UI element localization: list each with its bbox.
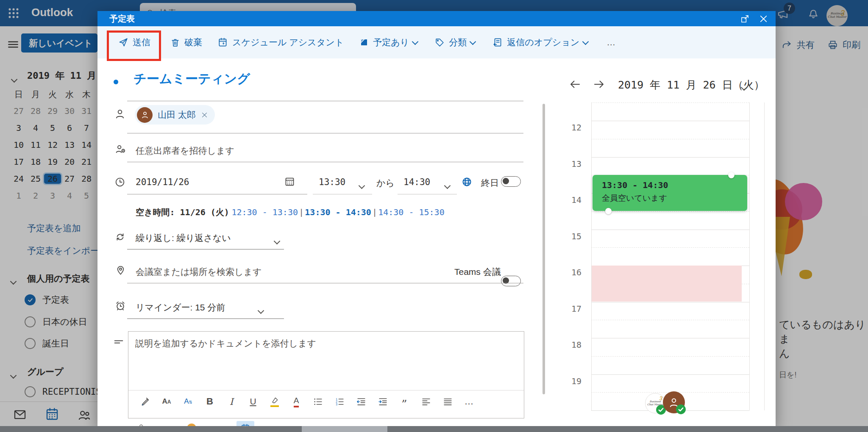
highlighter-icon[interactable]	[267, 394, 282, 409]
outdent-icon[interactable]	[354, 394, 368, 409]
draft-event-block[interactable]: 13:30 - 14:30 全員空いています	[593, 175, 747, 211]
bold-icon[interactable]: B	[203, 394, 217, 409]
hour-line	[591, 338, 749, 338]
preview-date-chevron-icon[interactable]	[742, 82, 746, 92]
font-icon[interactable]: AA	[159, 394, 174, 409]
start-time-chevron-icon[interactable]	[359, 180, 364, 190]
description-lines-icon	[113, 336, 125, 348]
busy-time-block	[592, 266, 742, 302]
repeat-chevron-icon[interactable]	[275, 236, 279, 246]
attendee-availability-avatar	[663, 391, 685, 413]
categorize-dropdown[interactable]: 分類	[434, 36, 475, 48]
bottom-edge-element	[302, 426, 387, 432]
event-title-input[interactable]: チームミーティング	[134, 70, 250, 88]
response-options-dropdown[interactable]: 返信のオプション	[492, 36, 588, 48]
end-time-chevron-icon[interactable]	[445, 180, 450, 190]
quote-icon[interactable]: ”	[397, 394, 412, 409]
event-compose-dialog: 予定表 送信 破棄 スケジュール アシスタント 予定あり	[97, 11, 776, 427]
description-input[interactable]: 説明を追加するかドキュメントを添付します	[135, 338, 316, 349]
show-as-label: 予定あり	[373, 36, 409, 48]
target-highlight-annotation	[107, 30, 161, 61]
font-color-icon[interactable]: A	[289, 394, 303, 409]
schedule-assistant-button[interactable]: スケジュール アシスタント	[217, 36, 344, 48]
timezone-globe-icon[interactable]	[461, 176, 473, 188]
hour-label: 13	[558, 159, 581, 169]
dialog-title: 予定表	[109, 13, 135, 25]
bullet-list-icon[interactable]	[311, 394, 325, 409]
optional-attendees-input[interactable]: 任意出席者を招待します	[136, 145, 234, 157]
availability-slot[interactable]: 13:30 - 14:30	[305, 207, 371, 217]
schedule-assistant-icon	[217, 37, 228, 48]
reminder-chevron-icon[interactable]	[259, 305, 263, 315]
outlook-calendar-app: Outlook 検索 7 Business Chat Master 3 新しいイ…	[0, 0, 868, 432]
italic-icon[interactable]: I	[224, 394, 239, 409]
next-day-arrow-icon[interactable]	[593, 78, 605, 91]
screen-bottom-edge	[0, 426, 868, 432]
time-connector-label: から	[376, 177, 395, 189]
response-options-chevron-icon	[582, 38, 589, 45]
attendee-avatar	[137, 107, 153, 123]
format-toolbar: AAA⇅BIUA123”…	[138, 394, 515, 409]
half-hour-line	[591, 247, 749, 248]
hour-label: 12	[558, 122, 581, 133]
reminder-dropdown[interactable]: リマインダー: 15 分前	[136, 302, 225, 313]
prev-day-arrow-icon[interactable]	[569, 78, 581, 91]
hour-label: 14	[558, 195, 581, 205]
hour-label: 17	[558, 304, 581, 314]
availability-slot[interactable]: 12:30 - 13:30	[231, 207, 298, 217]
availability-slot[interactable]: 14:30 - 15:30	[378, 207, 445, 217]
event-resize-handle-top[interactable]	[728, 172, 734, 178]
description-divider	[128, 390, 524, 390]
hour-line	[591, 302, 749, 302]
font-size-icon[interactable]: A⇅	[181, 394, 195, 409]
draft-event-time: 13:30 - 14:30	[602, 180, 747, 190]
attendee-name: 山田 太郎	[158, 109, 196, 121]
numbered-list-icon[interactable]: 123	[332, 394, 347, 409]
start-time-input[interactable]: 13:30	[319, 177, 345, 187]
optional-attendees-icon	[114, 143, 126, 155]
close-icon[interactable]	[759, 14, 768, 24]
popout-icon[interactable]	[740, 14, 750, 24]
remove-attendee-icon[interactable]	[201, 111, 208, 119]
calendar-color-dot	[114, 80, 118, 84]
more-icon[interactable]: …	[462, 394, 476, 409]
hour-line	[591, 157, 749, 158]
end-time-input[interactable]: 14:30	[403, 177, 430, 187]
categorize-label: 分類	[449, 36, 467, 48]
half-hour-line	[591, 356, 749, 357]
hour-line	[591, 374, 749, 375]
event-resize-handle-bottom[interactable]	[605, 208, 612, 214]
draft-event-status: 全員空いています	[602, 193, 747, 204]
preview-scrollbar-track	[764, 102, 765, 410]
hour-label: 16	[558, 267, 581, 277]
dialog-titlebar: 予定表	[97, 11, 776, 26]
underline-icon[interactable]: U	[246, 394, 260, 409]
indent-icon[interactable]	[376, 394, 390, 409]
svg-text:3: 3	[336, 403, 337, 406]
accepted-check-icon	[676, 404, 686, 415]
show-as-dropdown[interactable]: 予定あり	[359, 36, 417, 48]
toolbar-more-button[interactable]: …	[606, 37, 615, 47]
clock-icon	[114, 176, 126, 188]
datepicker-calendar-icon[interactable]	[284, 176, 295, 187]
discard-button[interactable]: 破棄	[170, 36, 202, 48]
all-day-toggle[interactable]	[501, 176, 521, 187]
busy-status-icon	[359, 37, 369, 47]
format-painter-icon[interactable]	[138, 394, 152, 409]
teams-meeting-toggle[interactable]	[501, 276, 521, 286]
categorize-chevron-icon	[470, 38, 476, 45]
half-hour-line	[591, 211, 749, 212]
availability-row: 空き時間: 11/26 (火) 12:30 - 13:30 | 13:30 - …	[136, 207, 445, 218]
date-input[interactable]: 2019/11/26	[136, 177, 189, 187]
align-justify-icon[interactable]	[440, 394, 455, 409]
form-scrollbar[interactable]	[542, 104, 545, 394]
attendee-chip[interactable]: 山田 太郎	[135, 105, 215, 125]
discard-label: 破棄	[184, 36, 202, 48]
hour-line	[591, 230, 749, 230]
align-left-icon[interactable]	[419, 394, 433, 409]
availability-label: 空き時間: 11/26 (火)	[136, 207, 229, 217]
all-day-label: 終日	[481, 177, 499, 189]
grid-border	[591, 102, 592, 410]
location-input[interactable]: 会議室または場所を検索します	[136, 266, 262, 278]
repeat-dropdown[interactable]: 繰り返し: 繰り返さない	[136, 232, 231, 244]
